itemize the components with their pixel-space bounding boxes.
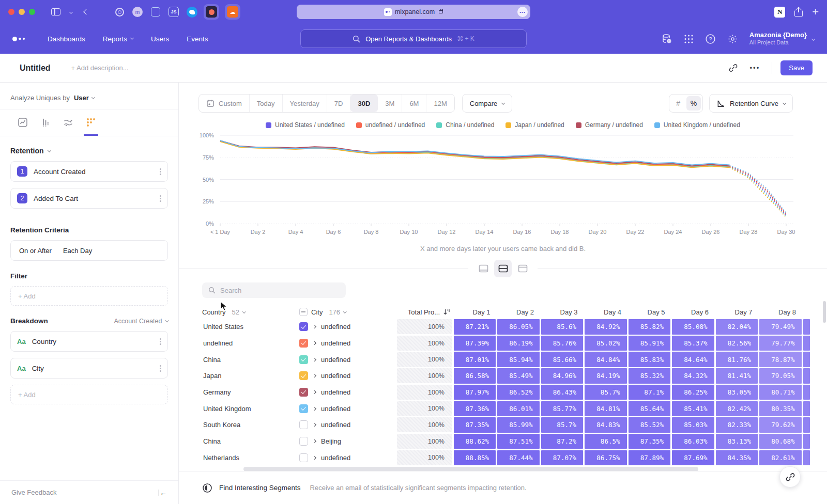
row-checkbox[interactable] <box>299 453 308 462</box>
retention-value-cell[interactable]: 82.33% <box>716 417 758 433</box>
back-button[interactable] <box>84 10 88 14</box>
apps-grid-icon[interactable] <box>684 34 694 44</box>
url-more-icon[interactable]: ••• <box>517 7 528 17</box>
retention-value-cell[interactable]: 86.05% <box>497 319 540 335</box>
breakdown-add-button[interactable]: + Add <box>10 385 168 404</box>
retention-value-cell[interactable]: 84.83% <box>585 417 627 433</box>
nav-link-users[interactable]: Users <box>151 35 169 43</box>
row-checkbox[interactable] <box>299 388 308 397</box>
retention-value-cell[interactable]: 79.49% <box>759 319 802 335</box>
retention-value-cell[interactable]: 87.36% <box>454 401 496 417</box>
retention-value-cell[interactable]: 87.51% <box>497 434 540 449</box>
segments-title[interactable]: Find Interesting Segments <box>219 484 301 492</box>
retention-value-cell[interactable]: 85.94% <box>497 352 540 367</box>
retention-value-cell[interactable]: 85.49% <box>497 368 540 384</box>
retention-value-cell[interactable]: 81.41% <box>716 368 758 384</box>
retention-chart[interactable]: 100%75%50%25%0%< 1 DayDay 2Day 4Day 6Day… <box>179 131 827 241</box>
retention-criteria-card[interactable]: On or After Each Day <box>10 240 168 261</box>
criteria-on-or-after[interactable]: On or After <box>19 247 52 255</box>
retention-value-cell[interactable]: 79.05% <box>759 368 802 384</box>
extension-avatar-icon[interactable]: m <box>131 6 144 18</box>
retention-value-cell[interactable]: 84.81% <box>585 401 627 417</box>
retention-value-cell[interactable]: 85.32% <box>629 368 671 384</box>
day-column-header[interactable]: Day 7 <box>715 308 759 316</box>
give-feedback-link[interactable]: Give Feedback <box>11 489 56 496</box>
more-options-button[interactable]: ••• <box>746 60 763 76</box>
copy-link-icon[interactable] <box>724 60 742 76</box>
retention-value-cell[interactable]: 85.66% <box>541 352 584 367</box>
retention-value-cell[interactable]: 87.35% <box>454 417 496 433</box>
settings-gear-icon[interactable] <box>727 34 738 44</box>
legend-item[interactable]: United Kingdom / undefined <box>654 121 740 129</box>
address-bar[interactable]: mixpanel.com ••• <box>297 5 530 19</box>
row-checkbox[interactable] <box>299 339 308 348</box>
extension-js-icon[interactable]: JS <box>167 6 180 18</box>
retention-value-cell[interactable]: 82.61% <box>759 450 802 466</box>
select-all-checkbox[interactable] <box>299 308 308 316</box>
retention-value-cell[interactable]: 87.39% <box>454 336 496 351</box>
retention-value-cell[interactable]: 82.04% <box>716 319 758 335</box>
view-chart-only-button[interactable] <box>474 260 492 277</box>
report-title[interactable]: Untitled <box>20 64 51 73</box>
chevron-right-icon[interactable] <box>313 407 316 411</box>
view-table-only-button[interactable] <box>514 260 531 277</box>
legend-item[interactable]: undefined / undefined <box>356 121 425 129</box>
retention-value-cell[interactable]: 78.87% <box>759 352 802 367</box>
project-switcher[interactable]: Amazonia {Demo} All Project Data <box>749 31 815 46</box>
retention-value-cell[interactable]: 79.62% <box>759 417 802 433</box>
retention-value-cell[interactable]: 85.7% <box>541 417 584 433</box>
retention-value-cell[interactable]: 80.68% <box>759 434 802 449</box>
retention-value-cell[interactable]: 82.56% <box>716 336 758 351</box>
retention-value-cell[interactable]: 80.35% <box>759 401 802 417</box>
retention-value-cell[interactable]: 86.01% <box>497 401 540 417</box>
retention-value-cell[interactable]: 84.32% <box>672 368 714 384</box>
nav-link-dashboards[interactable]: Dashboards <box>48 35 85 43</box>
date-range-custom[interactable]: Custom <box>199 94 250 112</box>
chevron-right-icon[interactable] <box>313 374 316 377</box>
kebab-menu-icon[interactable] <box>160 341 161 342</box>
series-line-projected[interactable] <box>730 167 787 215</box>
row-checkbox[interactable] <box>299 420 308 429</box>
day-column-header[interactable]: Day 3 <box>540 308 584 316</box>
row-checkbox[interactable] <box>299 437 308 446</box>
retention-value-cell[interactable]: 83.05% <box>716 385 758 400</box>
retention-value-cell[interactable]: 86.5% <box>585 434 627 449</box>
retention-value-cell[interactable]: 86.25% <box>672 385 714 400</box>
filter-add-button[interactable]: + Add <box>10 286 168 306</box>
retention-value-cell[interactable]: 84.92% <box>585 319 627 335</box>
row-checkbox[interactable] <box>299 371 308 380</box>
retention-value-cell[interactable]: 87.89% <box>629 450 671 466</box>
retention-value-cell[interactable]: 86.19% <box>497 336 540 351</box>
retention-value-cell[interactable]: 84.64% <box>672 352 714 367</box>
retention-value-cell[interactable]: 85.52% <box>629 417 671 433</box>
chevron-right-icon[interactable] <box>313 439 316 443</box>
retention-value-cell[interactable]: 87.21% <box>454 319 496 335</box>
mode-percent-button[interactable]: % <box>686 96 701 111</box>
series-line-projected[interactable] <box>730 167 787 217</box>
retention-value-cell[interactable]: 84.35% <box>716 450 758 466</box>
tab-insights[interactable] <box>16 115 30 136</box>
kebab-menu-icon[interactable] <box>160 368 161 369</box>
legend-item[interactable]: Japan / undefined <box>506 121 564 129</box>
minimize-window-button[interactable] <box>19 9 25 15</box>
save-button[interactable]: Save <box>780 60 813 75</box>
retention-value-cell[interactable]: 87.2% <box>541 434 584 449</box>
retention-value-cell[interactable]: 85.08% <box>672 319 714 335</box>
date-range-3m[interactable]: 3M <box>378 94 402 112</box>
retention-value-cell[interactable]: 82.42% <box>716 401 758 417</box>
chevron-right-icon[interactable] <box>313 423 316 427</box>
retention-value-cell[interactable]: 85.64% <box>629 401 671 417</box>
retention-value-cell[interactable]: 85.99% <box>497 417 540 433</box>
date-range-12m[interactable]: 12M <box>426 94 454 112</box>
extension-bird-icon[interactable] <box>186 6 198 18</box>
series-line-projected[interactable] <box>730 167 787 217</box>
retention-value-cell[interactable]: 87.69% <box>672 450 714 466</box>
retention-value-cell[interactable]: 85.91% <box>629 336 671 351</box>
series-line[interactable] <box>220 140 730 165</box>
extension-mixpanel-icon[interactable] <box>204 4 219 20</box>
tab-retention[interactable] <box>84 115 98 136</box>
series-line-projected[interactable] <box>730 167 787 216</box>
nav-link-events[interactable]: Events <box>187 35 208 43</box>
retention-value-cell[interactable]: 87.1% <box>629 385 671 400</box>
tab-overview-chevron-icon[interactable] <box>70 11 72 13</box>
